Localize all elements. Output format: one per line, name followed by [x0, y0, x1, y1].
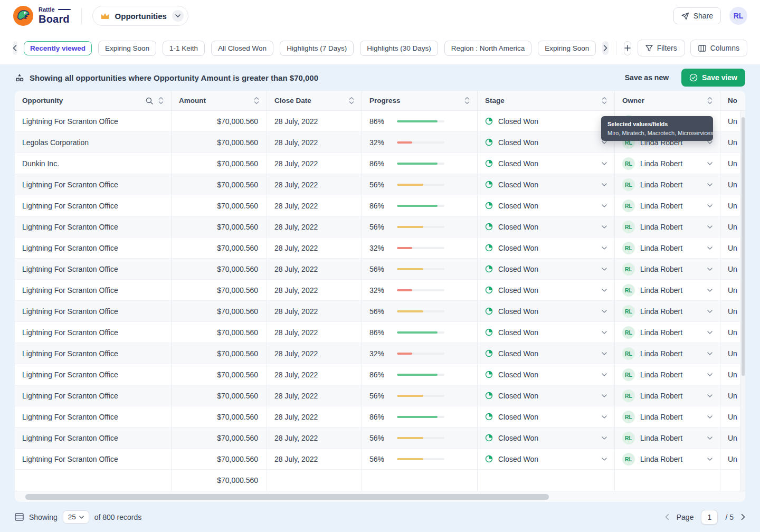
owner-cell[interactable]: RL Linda Robert [615, 343, 720, 364]
save-view-button[interactable]: Save view [681, 69, 745, 87]
view-tab[interactable]: Expiring Soon [98, 41, 156, 56]
amount-cell[interactable]: $70,000.560 [172, 153, 267, 174]
board-switcher[interactable]: Opportunities [92, 6, 188, 26]
opportunity-cell[interactable]: Lightning For Scranton Office [15, 216, 172, 237]
close-date-cell[interactable]: 28 July, 2022 [267, 322, 362, 343]
view-tab[interactable]: Recently viewed [24, 41, 92, 55]
owner-cell[interactable]: RL Linda Robert [615, 449, 720, 469]
vertical-scrollbar-thumb[interactable] [742, 117, 745, 376]
column-header-stage[interactable]: Stage [478, 91, 615, 110]
amount-cell[interactable]: $70,000.560 [172, 364, 267, 385]
stage-dropdown-icon[interactable] [602, 436, 607, 440]
owner-cell[interactable]: RL Linda Robert [615, 364, 720, 385]
stage-dropdown-icon[interactable] [602, 415, 607, 419]
amount-cell[interactable]: $70,000.560 [172, 385, 267, 406]
close-date-cell[interactable]: 28 July, 2022 [267, 132, 362, 153]
page-size-select[interactable]: 25 [63, 510, 89, 524]
opportunity-cell[interactable]: Lightning For Scranton Office [15, 195, 172, 216]
opportunity-cell[interactable]: Lightning For Scranton Office [15, 364, 172, 385]
horizontal-scrollbar[interactable] [15, 491, 745, 502]
stage-cell[interactable]: Closed Won [478, 259, 615, 279]
stage-cell[interactable]: Closed Won [478, 238, 615, 258]
stage-dropdown-icon[interactable] [602, 204, 607, 207]
share-button[interactable]: Share [673, 7, 721, 24]
close-date-cell[interactable]: 28 July, 2022 [267, 364, 362, 385]
owner-dropdown-icon[interactable] [707, 458, 712, 461]
table-row[interactable]: Dunkin Inc. $70,000.560 28 July, 2022 86… [15, 153, 745, 174]
owner-dropdown-icon[interactable] [707, 204, 712, 207]
close-date-cell[interactable]: 28 July, 2022 [267, 406, 362, 427]
close-date-cell[interactable]: 28 July, 2022 [267, 343, 362, 364]
owner-cell[interactable]: RL Linda Robert [615, 301, 720, 321]
owner-cell[interactable]: RL Linda Robert [615, 406, 720, 427]
amount-cell[interactable]: $70,000.560 [172, 280, 267, 300]
owner-cell[interactable]: RL Linda Robert [615, 195, 720, 216]
stage-dropdown-icon[interactable] [602, 458, 607, 461]
opportunity-cell[interactable]: Lightning For Scranton Office [15, 301, 172, 321]
next-page-button[interactable] [741, 514, 745, 520]
owner-dropdown-icon[interactable] [707, 415, 712, 419]
opportunity-cell[interactable]: Lightning For Scranton Office [15, 406, 172, 427]
amount-cell[interactable]: $70,000.560 [172, 132, 267, 153]
view-tab[interactable]: Highlights (30 Days) [360, 41, 438, 56]
horizontal-scrollbar-thumb[interactable] [25, 494, 549, 500]
stage-cell[interactable]: Closed Won [478, 343, 615, 364]
view-tab[interactable]: Expiring Soon [538, 41, 596, 56]
stage-dropdown-icon[interactable] [602, 225, 607, 229]
amount-cell[interactable]: $70,000.560 [172, 238, 267, 258]
amount-cell[interactable]: $70,000.560 [172, 174, 267, 195]
amount-cell[interactable]: $70,000.560 [172, 406, 267, 427]
view-tab[interactable]: All Closed Won [211, 41, 273, 56]
opportunity-cell[interactable]: Lightning For Scranton Office [15, 322, 172, 343]
view-tab[interactable]: 1-1 Keith [163, 41, 205, 56]
stage-cell[interactable]: Closed Won [478, 385, 615, 406]
stage-dropdown-icon[interactable] [602, 373, 607, 376]
table-row[interactable]: Lightning For Scranton Office $70,000.56… [15, 259, 745, 280]
table-row[interactable]: Lightning For Scranton Office $70,000.56… [15, 364, 745, 385]
close-date-cell[interactable]: 28 July, 2022 [267, 111, 362, 131]
owner-dropdown-icon[interactable] [707, 310, 712, 313]
table-row[interactable]: Lightning For Scranton Office $70,000.56… [15, 428, 745, 449]
owner-cell[interactable]: RL Linda Robert [615, 238, 720, 258]
close-date-cell[interactable]: 28 July, 2022 [267, 280, 362, 300]
close-date-cell[interactable]: 28 July, 2022 [267, 449, 362, 469]
filters-button[interactable]: Filters [638, 40, 685, 56]
amount-cell[interactable]: $70,000.560 [172, 216, 267, 237]
sort-icon[interactable] [602, 97, 607, 104]
owner-cell[interactable]: RL Linda Robert [615, 428, 720, 448]
page-number-input[interactable] [701, 510, 718, 525]
opportunity-cell[interactable]: Lightning For Scranton Office [15, 343, 172, 364]
amount-cell[interactable]: $70,000.560 [172, 111, 267, 131]
stage-cell[interactable]: Closed Won [478, 322, 615, 343]
owner-cell[interactable]: RL Linda Robert [615, 322, 720, 343]
stage-cell[interactable]: Closed Won [478, 153, 615, 174]
table-row[interactable]: Lightning For Scranton Office $70,000.56… [15, 322, 745, 343]
opportunity-cell[interactable]: Lightning For Scranton Office [15, 385, 172, 406]
columns-button[interactable]: Columns [690, 40, 747, 56]
opportunity-cell[interactable]: Dunkin Inc. [15, 153, 172, 174]
stage-dropdown-icon[interactable] [602, 246, 607, 250]
table-row[interactable]: Lightning For Scranton Office $70,000.56… [15, 301, 745, 322]
column-header-amount[interactable]: Amount [172, 91, 267, 110]
owner-dropdown-icon[interactable] [707, 268, 712, 271]
opportunity-cell[interactable]: Lightning For Scranton Office [15, 280, 172, 300]
amount-cell[interactable]: $70,000.560 [172, 428, 267, 448]
column-header-owner[interactable]: Owner [615, 91, 720, 110]
stage-cell[interactable]: Closed Won [478, 174, 615, 195]
owner-dropdown-icon[interactable] [707, 246, 712, 250]
stage-dropdown-icon[interactable] [602, 331, 607, 334]
sort-icon[interactable] [254, 97, 259, 104]
opportunity-cell[interactable]: Lightning For Scranton Office [15, 449, 172, 469]
owner-dropdown-icon[interactable] [707, 373, 712, 376]
stage-cell[interactable]: Closed Won [478, 449, 615, 469]
amount-cell[interactable]: $70,000.560 [172, 343, 267, 364]
column-header-close-date[interactable]: Close Date [267, 91, 362, 110]
amount-cell[interactable]: $70,000.560 [172, 259, 267, 279]
vertical-scrollbar[interactable] [740, 111, 745, 491]
stage-dropdown-icon[interactable] [602, 141, 607, 144]
owner-dropdown-icon[interactable] [707, 352, 712, 355]
user-avatar[interactable]: RL [729, 7, 747, 25]
owner-dropdown-icon[interactable] [707, 162, 712, 165]
stage-dropdown-icon[interactable] [602, 394, 607, 397]
tabs-scroll-left-button[interactable] [13, 41, 17, 55]
